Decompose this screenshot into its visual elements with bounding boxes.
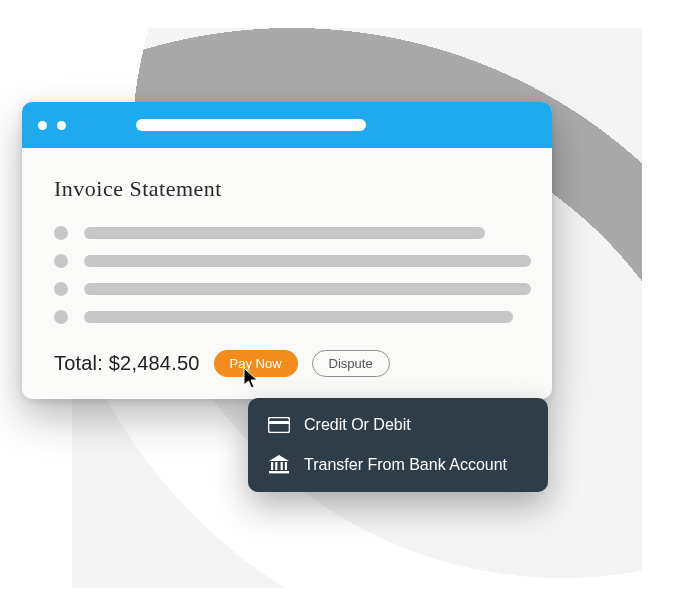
bullet-icon: [54, 310, 68, 324]
placeholder-bar: [84, 255, 531, 267]
bullet-icon: [54, 254, 68, 268]
placeholder-bar: [84, 283, 531, 295]
bank-icon: [268, 454, 290, 476]
menu-item-label: Credit Or Debit: [304, 416, 411, 434]
menu-item-label: Transfer From Bank Account: [304, 456, 507, 474]
placeholder-bar: [84, 227, 485, 239]
svg-rect-4: [275, 462, 277, 470]
invoice-content: Invoice Statement Total: $2,484.50: [22, 148, 552, 399]
window-titlebar: [22, 102, 552, 148]
total-label: Total: $2,484.50: [54, 352, 200, 375]
line-items: [54, 226, 520, 324]
menu-item-credit-debit[interactable]: Credit Or Debit: [266, 410, 530, 440]
invoice-window: Invoice Statement Total: $2,484.50: [22, 102, 552, 399]
invoice-footer: Total: $2,484.50 Pay Now Dispute: [54, 350, 520, 377]
svg-rect-6: [285, 462, 287, 470]
bullet-icon: [54, 226, 68, 240]
line-item: [54, 226, 520, 240]
window-dot-icon: [57, 121, 66, 130]
window-dot-icon: [38, 121, 47, 130]
svg-rect-7: [269, 471, 289, 473]
pay-now-button[interactable]: Pay Now: [214, 350, 298, 377]
dispute-button[interactable]: Dispute: [312, 350, 390, 377]
line-item: [54, 282, 520, 296]
svg-rect-3: [271, 462, 273, 470]
address-bar-placeholder: [136, 119, 366, 131]
page-title: Invoice Statement: [54, 176, 520, 202]
placeholder-bar: [84, 311, 513, 323]
pay-now-label: Pay Now: [230, 356, 282, 371]
svg-rect-5: [281, 462, 283, 470]
payment-method-menu: Credit Or Debit Transfer From Bank Accou…: [248, 398, 548, 492]
svg-marker-2: [269, 455, 289, 461]
svg-rect-1: [268, 421, 290, 424]
credit-card-icon: [268, 414, 290, 436]
window-controls[interactable]: [38, 121, 66, 130]
line-item: [54, 310, 520, 324]
svg-rect-0: [269, 418, 290, 433]
menu-item-bank-transfer[interactable]: Transfer From Bank Account: [266, 450, 530, 480]
line-item: [54, 254, 520, 268]
bullet-icon: [54, 282, 68, 296]
dispute-label: Dispute: [329, 356, 373, 371]
